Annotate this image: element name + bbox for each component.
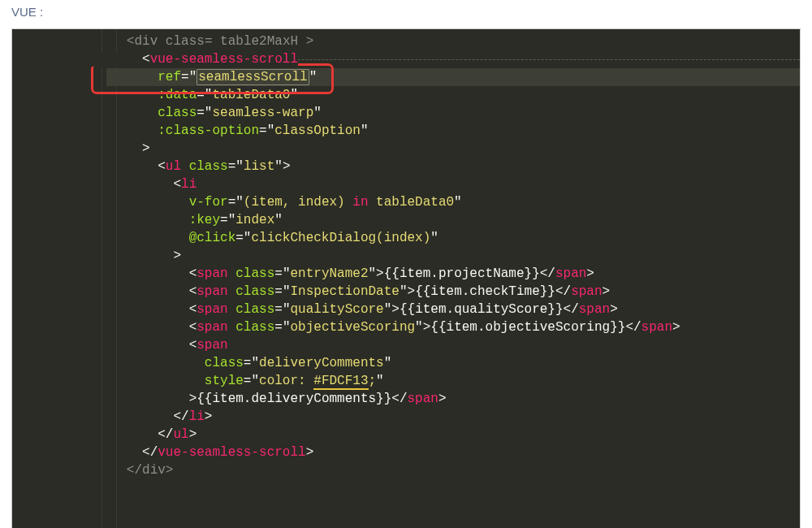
indent	[25, 445, 142, 460]
code-token: table2MaxH	[220, 34, 298, 49]
code-token: ;	[369, 374, 377, 388]
code-token: >	[586, 266, 594, 281]
code-token: >	[142, 141, 150, 156]
code-token: "	[309, 70, 317, 84]
code-line[interactable]: <ul class="list">	[25, 158, 800, 175]
code-token: in	[352, 195, 368, 210]
code-token: <	[158, 159, 166, 174]
code-token: "	[415, 320, 423, 335]
code-token: >	[283, 159, 291, 174]
code-line[interactable]: <span class="InspectionDate">{{item.chec…	[25, 283, 800, 301]
code-token: <	[189, 284, 197, 299]
code-line[interactable]: <li	[25, 175, 800, 193]
code-line[interactable]: </vue-seamless-scroll>	[25, 444, 800, 461]
code-token: ="	[244, 374, 259, 388]
code-token: ="	[274, 302, 290, 317]
code-token: tableData0	[212, 88, 290, 102]
code-line[interactable]: <span class="entryName2">{{item.projectN…	[25, 265, 800, 283]
code-token: qualityScore	[290, 302, 383, 317]
code-token: v-for	[189, 195, 228, 210]
code-token: >	[306, 34, 314, 49]
code-token: ="	[181, 70, 197, 84]
code-token: "	[290, 88, 298, 102]
code-token: {{item.projectName}}	[384, 266, 540, 281]
code-token: class	[235, 302, 274, 317]
code-token: div	[142, 463, 166, 478]
code-token: seamless-warp	[212, 106, 313, 120]
code-line[interactable]: :data="tableData0"	[25, 86, 800, 104]
code-token: >	[391, 302, 400, 317]
code-line[interactable]: style="color: #FDCF13;"	[25, 372, 800, 390]
code-token	[158, 34, 166, 49]
code-token: ="	[197, 88, 212, 102]
code-token: </	[173, 409, 188, 424]
code-token: </	[127, 463, 142, 478]
code-line[interactable]: <span class="objectiveScoring">{{item.ob…	[25, 318, 800, 336]
code-line[interactable]: class="seamless-warp"	[25, 104, 800, 122]
code-token: vue-seamless-scroll	[150, 52, 298, 67]
code-line[interactable]: >{{item.deliveryComments}}</span>	[25, 390, 800, 408]
code-token: class	[205, 356, 244, 370]
code-line[interactable]: <vue-seamless-scroll	[25, 50, 800, 68]
code-token: ="	[220, 213, 235, 227]
code-token: InspectionDate	[290, 284, 399, 299]
code-line[interactable]: </li>	[25, 408, 800, 426]
code-line[interactable]: :class-option="classOption"	[25, 122, 800, 140]
code-line[interactable]: >	[25, 140, 800, 158]
code-token: (item, index)	[244, 195, 352, 210]
code-token: </	[391, 392, 407, 406]
code-token: ="	[197, 106, 212, 120]
code-token: ul	[173, 427, 188, 442]
code-token: span	[579, 302, 610, 317]
code-token: {{item.deliveryComments}}	[197, 392, 391, 406]
code-token: ="	[228, 159, 244, 174]
indent	[25, 177, 173, 192]
code-token: :data	[158, 88, 197, 102]
code-token: <	[173, 177, 181, 192]
code-token: ="	[235, 231, 251, 245]
code-token: >	[173, 249, 181, 263]
code-token: <	[189, 320, 197, 335]
indent	[25, 320, 189, 335]
code-token: >	[376, 266, 384, 281]
code-token: </	[540, 266, 555, 281]
code-token: class	[235, 284, 274, 299]
code-token: list	[244, 159, 274, 174]
code-token: "	[384, 302, 392, 317]
code-token: >	[205, 409, 213, 424]
code-token: ="	[259, 123, 274, 138]
code-line[interactable]: :key="index"	[25, 211, 800, 229]
code-token: "	[454, 195, 462, 210]
code-line[interactable]: <span	[25, 336, 800, 354]
code-token: <	[189, 302, 197, 317]
code-line[interactable]: </ul>	[25, 426, 800, 444]
indent	[25, 249, 173, 263]
code-token: deliveryComments	[259, 356, 384, 370]
code-token: div	[134, 34, 158, 49]
code-line[interactable]: class="deliveryComments"	[25, 354, 800, 372]
code-token: span	[197, 302, 227, 317]
code-token: objectiveScoring	[290, 320, 415, 335]
code-token: classOption	[274, 123, 361, 138]
code-line[interactable]: <span class="qualityScore">{{item.qualit…	[25, 301, 800, 318]
code-token: ="	[274, 266, 290, 281]
code-token	[228, 284, 236, 299]
code-line[interactable]: >	[25, 247, 800, 265]
code-token: ="	[274, 284, 290, 299]
code-token: class	[235, 266, 274, 281]
code-editor[interactable]: <div class= table2MaxH > <vue-seamless-s…	[11, 28, 801, 528]
code-line[interactable]: ref="seamlessScroll"	[25, 68, 800, 86]
indent	[25, 52, 142, 67]
indent	[25, 195, 189, 210]
code-token: "	[361, 123, 369, 138]
code-token: vue-seamless-scroll	[158, 445, 305, 460]
code-token: <	[142, 52, 150, 67]
code-line[interactable]: @click="clickCheckDialog(index)"	[25, 229, 800, 247]
code-token: </	[555, 284, 571, 299]
code-token	[228, 266, 236, 281]
code-token: class	[158, 106, 197, 120]
code-line[interactable]: </div>	[25, 461, 800, 479]
code-line[interactable]: v-for="(item, index) in tableData0"	[25, 193, 800, 211]
code-line[interactable]: <div class= table2MaxH >	[25, 32, 800, 50]
indent	[25, 34, 127, 49]
